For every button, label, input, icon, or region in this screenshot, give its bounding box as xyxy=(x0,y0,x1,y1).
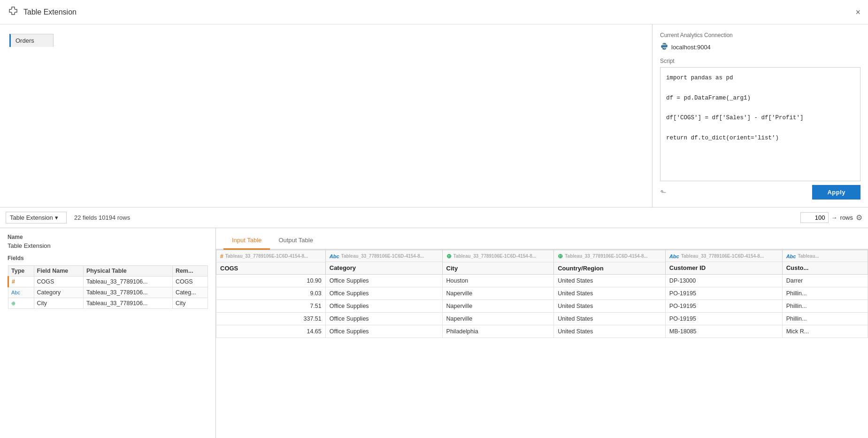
tab-input-table[interactable]: Input Table xyxy=(223,232,270,250)
data-table-cell: Phillin... xyxy=(782,313,868,325)
field-type-cell: ⊕ xyxy=(8,298,34,309)
col-header-name: COGS xyxy=(216,262,325,274)
type-hash-icon: # xyxy=(12,278,15,285)
field-type-cell: Abc xyxy=(8,287,34,298)
fields-title: Fields xyxy=(8,255,208,261)
fields-table: Type Field Name Physical Table Rem... # … xyxy=(8,265,208,309)
tab-output-table[interactable]: Output Table xyxy=(270,232,321,250)
script-footer: ⬑ Apply xyxy=(660,185,860,200)
rows-input[interactable] xyxy=(800,212,829,223)
col-id-text: Tableau_33_7789106E-1C6D-4154-8... xyxy=(681,254,764,259)
field-physical-cell: Tableau_33_7789106... xyxy=(83,277,172,287)
connection-text: localhost:9004 xyxy=(671,44,711,51)
data-table-cell: 7.51 xyxy=(216,300,326,313)
data-table-cell: 10.90 xyxy=(216,275,326,287)
field-rem-cell: Categ... xyxy=(172,287,207,298)
data-table-cell: Office Supplies xyxy=(325,325,442,338)
data-table-cell: United States xyxy=(554,287,666,300)
data-column-header: ⊕ Tableau_33_7789106E-1C6D-4154-8... Cit… xyxy=(442,250,554,275)
col-header-name: Custo... xyxy=(783,262,868,274)
data-table-cell: Office Supplies xyxy=(325,313,442,325)
data-table-cell: 337.51 xyxy=(216,313,326,325)
data-table-cell: Office Supplies xyxy=(325,300,442,313)
orders-tab[interactable]: Orders xyxy=(9,34,54,47)
data-table-row: 14.65Office SuppliesPhiladelphiaUnited S… xyxy=(216,325,868,338)
col-fieldname-header: Field Name xyxy=(34,266,83,277)
sidebar-name-value: Table Extension xyxy=(8,242,208,249)
data-table-cell: United States xyxy=(554,300,666,313)
fields-table-row: # COGS Tableau_33_7789106... COGS xyxy=(8,277,208,287)
data-column-header: # Tableau_33_7789106E-1C6D-4154-8... COG… xyxy=(216,250,326,275)
name-section-title: Name xyxy=(8,234,208,240)
dropdown-arrow-icon: ▾ xyxy=(55,214,58,221)
apply-button[interactable]: Apply xyxy=(812,185,860,200)
data-table-row: 9.03Office SuppliesNapervilleUnited Stat… xyxy=(216,287,868,300)
right-data-panel: Input Table Output Table # Tableau_33_77… xyxy=(216,228,868,438)
dialog-title: Table Extension xyxy=(23,8,77,16)
col-abc-icon: Abc xyxy=(786,254,796,259)
rows-label: rows xyxy=(840,214,853,221)
data-table-cell: PO-19195 xyxy=(665,287,782,300)
arrow-icon: → xyxy=(831,214,837,221)
data-table-cell: 14.65 xyxy=(216,325,326,338)
data-table-cell: Mick R... xyxy=(782,325,868,338)
data-table-cell: Naperville xyxy=(442,300,554,313)
type-abc-icon: Abc xyxy=(11,290,20,295)
puzzle-icon xyxy=(8,6,19,18)
col-rem-header: Rem... xyxy=(172,266,207,277)
col-header-name: City xyxy=(443,262,554,274)
field-physical-cell: Tableau_33_7789106... xyxy=(83,298,172,309)
col-header-name: Customer ID xyxy=(666,262,782,274)
rows-control: → rows ⚙ xyxy=(800,212,862,223)
data-table-cell: Naperville xyxy=(442,287,554,300)
field-physical-cell: Tableau_33_7789106... xyxy=(83,287,172,298)
col-abc-icon: Abc xyxy=(669,254,679,259)
settings-icon[interactable]: ⚙ xyxy=(856,213,862,222)
left-panel: Orders xyxy=(0,24,652,207)
bottom-toolbar: Table Extension ▾ 22 fields 10194 rows →… xyxy=(0,207,868,228)
connection-row: localhost:9004 xyxy=(660,42,860,52)
script-label: Script xyxy=(660,58,860,64)
field-rem-cell: City xyxy=(172,298,207,309)
sidebar-header: Name Table Extension xyxy=(0,228,215,255)
type-globe-icon: ⊕ xyxy=(11,300,15,306)
col-physical-header: Physical Table xyxy=(83,266,172,277)
bottom-area: ‹ Name Table Extension Fields Type Field… xyxy=(0,228,868,438)
col-id-text: Tableau_33_7789106E-1C6D-4154-8... xyxy=(225,254,308,259)
data-table: # Tableau_33_7789106E-1C6D-4154-8... COG… xyxy=(216,250,868,338)
data-table-cell: Phillin... xyxy=(782,300,868,313)
field-name-cell: City xyxy=(34,298,83,309)
table-ext-label: Table Extension xyxy=(10,214,53,221)
data-table-cell: Philadelphia xyxy=(442,325,554,338)
main-top-area: Orders Current Analytics Connection loca… xyxy=(0,24,868,207)
script-editor[interactable]: import pandas as pd df = pd.DataFrame(_a… xyxy=(660,67,860,181)
col-id-text: Tableau_33_7789106E-1C6D-4154-8... xyxy=(565,254,648,259)
data-table-cell: Phillin... xyxy=(782,287,868,300)
col-id-text: Tableau_33_7789106E-1C6D-4154-8... xyxy=(341,254,424,259)
data-table-cell: Office Supplies xyxy=(325,275,442,287)
data-table-cell: DP-13000 xyxy=(665,275,782,287)
col-globe-icon: ⊕ xyxy=(558,253,563,260)
data-table-cell: Naperville xyxy=(442,313,554,325)
col-id-text: Tableau... xyxy=(798,254,819,259)
tabs-bar: Input Table Output Table xyxy=(216,228,868,250)
table-extension-select[interactable]: Table Extension ▾ xyxy=(6,212,67,223)
close-button[interactable]: × xyxy=(855,8,860,16)
data-table-header-row: # Tableau_33_7789106E-1C6D-4154-8... COG… xyxy=(216,250,868,275)
field-type-cell: # xyxy=(8,277,34,287)
fields-table-row: Abc Category Tableau_33_7789106... Categ… xyxy=(8,287,208,298)
data-table-cell: United States xyxy=(554,275,666,287)
data-table-row: 10.90Office SuppliesHoustonUnited States… xyxy=(216,275,868,287)
data-table-cell: Houston xyxy=(442,275,554,287)
title-bar-left: Table Extension xyxy=(8,6,77,18)
data-table-cell: 9.03 xyxy=(216,287,326,300)
script-action-icon[interactable]: ⬑ xyxy=(660,188,666,197)
data-table-cell: United States xyxy=(554,325,666,338)
data-table-row: 7.51Office SuppliesNapervilleUnited Stat… xyxy=(216,300,868,313)
fields-section: Fields Type Field Name Physical Table Re… xyxy=(0,255,215,309)
data-column-header: ⊕ Tableau_33_7789106E-1C6D-4154-8... Cou… xyxy=(554,250,666,275)
col-type-header: Type xyxy=(8,266,34,277)
data-column-header: Abc Tableau_33_7789106E-1C6D-4154-8... C… xyxy=(325,250,442,275)
left-sidebar: Name Table Extension Fields Type Field N… xyxy=(0,228,216,438)
data-column-header: Abc Tableau_33_7789106E-1C6D-4154-8... C… xyxy=(665,250,782,275)
